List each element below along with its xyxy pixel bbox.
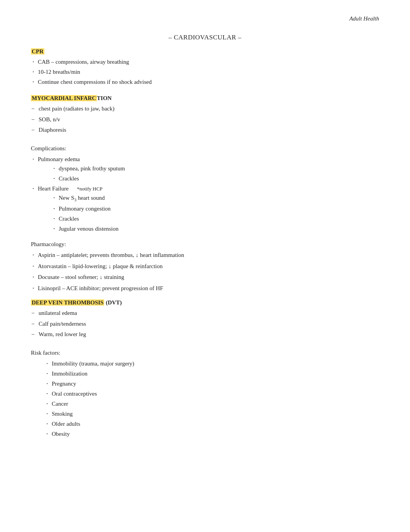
risk-factors-list: Immobility (trauma, major surgery) Immob… xyxy=(45,359,379,439)
list-item: Obesity xyxy=(45,429,379,439)
cpr-heading-highlight: CPR xyxy=(31,48,44,54)
pulmonary-edema-label: Pulmonary edema xyxy=(38,156,80,162)
notify-hcp: *notify HCP xyxy=(77,186,102,192)
dvt-heading: DEEP VEIN THROMBOSIS (DVT) xyxy=(31,299,379,306)
dvt-heading-rest: (DVT) xyxy=(104,299,122,306)
main-title: – CARDIOVASCULAR – xyxy=(31,34,379,41)
list-item: unilateral edema xyxy=(31,308,379,318)
list-item: Immobilization xyxy=(45,369,379,378)
cpr-heading: CPR xyxy=(31,48,379,55)
risk-factors-indent: Immobility (trauma, major surgery) Immob… xyxy=(45,359,379,439)
list-item: Heart Failure *notify HCP New S3 heart s… xyxy=(31,184,379,234)
dvt-heading-highlight: DEEP VEIN THROMBOSIS xyxy=(31,299,104,306)
list-item: Jugular venous distension xyxy=(52,224,379,233)
risk-factors-section: Risk factors: Immobility (trauma, major … xyxy=(31,348,379,439)
page-header: Adult Health xyxy=(31,15,379,22)
mi-heading: MYOCARDIAL INFARCTION xyxy=(31,95,379,102)
complications-section: Complications: Pulmonary edema dyspnea, … xyxy=(31,144,379,234)
list-item: Aspirin – antiplatelet; prevents thrombu… xyxy=(31,250,379,260)
list-item: SOB, n/v xyxy=(31,115,379,125)
pharmacology-list: Aspirin – antiplatelet; prevents thrombu… xyxy=(31,250,379,293)
list-item: CAB – compressions, airway breathing xyxy=(31,57,379,66)
heart-failure-sub-list: New S3 heart sound Pulmonary congestion … xyxy=(52,193,379,234)
list-item: Continue chest compressions if no shock … xyxy=(31,77,379,87)
s3-subscript: 3 xyxy=(74,197,76,202)
cpr-section: CPR CAB – compressions, airway breathing… xyxy=(31,48,379,87)
cpr-list: CAB – compressions, airway breathing 10-… xyxy=(31,57,379,87)
dvt-section: DEEP VEIN THROMBOSIS (DVT) unilateral ed… xyxy=(31,299,379,340)
list-item: Pulmonary congestion xyxy=(52,204,379,213)
list-item: Cancer xyxy=(45,399,379,408)
list-item: dyspnea, pink frothy sputum xyxy=(52,164,379,173)
pharmacology-section: Pharmacology: Aspirin – antiplatelet; pr… xyxy=(31,240,379,293)
heart-failure-label: Heart Failure xyxy=(38,185,69,192)
list-item: Diaphoresis xyxy=(31,125,379,135)
list-item: Calf pain/tenderness xyxy=(31,319,379,329)
list-item: Docusate – stool softener; ↓ straining xyxy=(31,272,379,282)
list-item: chest pain (radiates to jaw, back) xyxy=(31,104,379,114)
list-item: Immobility (trauma, major surgery) xyxy=(45,359,379,368)
complications-label: Complications: xyxy=(31,144,379,153)
list-item: Crackles xyxy=(52,214,379,223)
mi-heading-rest: TION xyxy=(97,95,112,101)
mi-heading-highlight: MYOCARDIAL INFARC xyxy=(31,95,97,101)
list-item: Crackles xyxy=(52,174,379,183)
list-item: 10-12 breaths/min xyxy=(31,67,379,76)
list-item: Smoking xyxy=(45,409,379,418)
mi-symptoms-list: chest pain (radiates to jaw, back) SOB, … xyxy=(31,104,379,135)
mi-section: MYOCARDIAL INFARCTION chest pain (radiat… xyxy=(31,95,379,135)
pulmonary-edema-sub-list: dyspnea, pink frothy sputum Crackles xyxy=(52,164,379,183)
list-item: Oral contraceptives xyxy=(45,389,379,398)
list-item: Pregnancy xyxy=(45,379,379,388)
complications-list: Pulmonary edema dyspnea, pink frothy spu… xyxy=(31,155,379,234)
list-item: Warm, red lower leg xyxy=(31,330,379,340)
risk-factors-label: Risk factors: xyxy=(31,348,379,357)
dvt-symptoms-list: unilateral edema Calf pain/tenderness Wa… xyxy=(31,308,379,340)
list-item: Pulmonary edema dyspnea, pink frothy spu… xyxy=(31,155,379,183)
pharmacology-label: Pharmacology: xyxy=(31,240,379,249)
list-item: Lisinopril – ACE inhibitor; prevent prog… xyxy=(31,284,379,294)
list-item: Atorvastatin – lipid-lowering; ↓ plaque … xyxy=(31,262,379,272)
list-item: Older adults xyxy=(45,419,379,428)
list-item: New S3 heart sound xyxy=(52,193,379,204)
